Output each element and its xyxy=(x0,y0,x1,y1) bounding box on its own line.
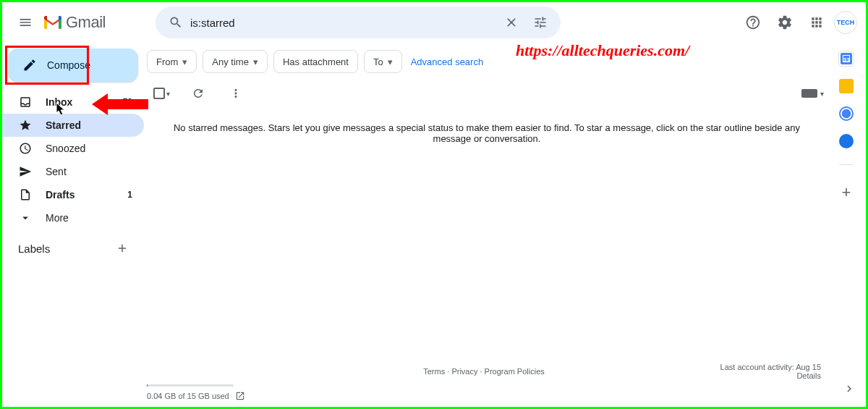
checkbox-icon xyxy=(153,88,165,99)
sidebar-item-snoozed[interactable]: Snoozed xyxy=(2,137,144,160)
tasks-addon[interactable] xyxy=(839,106,854,121)
refresh-icon xyxy=(192,87,205,100)
side-panel: 31 + xyxy=(829,43,864,405)
sidebar-item-starred[interactable]: Starred xyxy=(2,114,144,137)
gmail-logo[interactable]: Gmail xyxy=(43,13,137,32)
footer: Terms · Privacy · Program Policies Last … xyxy=(144,357,830,407)
hide-side-panel-button[interactable] xyxy=(838,377,861,400)
caret-icon: ▾ xyxy=(182,56,187,67)
list-toolbar: ▾ ▾ xyxy=(144,77,830,109)
file-icon xyxy=(18,187,33,202)
more-vert-icon xyxy=(229,87,242,100)
caret-icon: ▾ xyxy=(820,90,824,98)
labels-heading: Labels xyxy=(18,243,50,255)
compose-label: Compose xyxy=(47,59,90,71)
privacy-link[interactable]: Privacy xyxy=(451,367,477,376)
chip-from[interactable]: From▾ xyxy=(147,50,197,73)
send-icon xyxy=(18,164,33,179)
calendar-addon[interactable]: 31 xyxy=(839,51,854,66)
search-bar[interactable] xyxy=(156,7,561,38)
keep-addon[interactable] xyxy=(839,79,854,93)
help-icon xyxy=(745,14,761,30)
clear-search-button[interactable] xyxy=(497,8,526,37)
chip-attachment[interactable]: Has attachment xyxy=(273,50,358,73)
chip-to[interactable]: To▾ xyxy=(364,50,402,73)
caret-icon: ▾ xyxy=(388,56,393,67)
chevron-down-icon xyxy=(18,211,33,225)
search-icon[interactable] xyxy=(161,8,190,37)
search-options-button[interactable] xyxy=(526,8,555,37)
details-link[interactable]: Details xyxy=(796,371,821,380)
apps-icon xyxy=(809,15,824,30)
apps-button[interactable] xyxy=(802,8,831,37)
get-addons-button[interactable]: + xyxy=(832,178,861,207)
gmail-icon xyxy=(43,14,63,30)
sidebar-item-sent[interactable]: Sent xyxy=(2,160,144,183)
contacts-addon[interactable] xyxy=(839,134,854,148)
caret-icon: ▾ xyxy=(166,90,170,98)
search-input[interactable] xyxy=(190,17,497,29)
advanced-search-link[interactable]: Advanced search xyxy=(411,56,483,67)
terms-link[interactable]: Terms xyxy=(423,367,445,376)
caret-icon: ▾ xyxy=(253,56,258,67)
sidebar-item-inbox[interactable]: Inbox 79 xyxy=(2,90,144,114)
sidebar: Compose Inbox 79 xyxy=(2,43,144,407)
more-actions-button[interactable] xyxy=(223,80,249,106)
select-all-checkbox[interactable]: ▾ xyxy=(150,84,174,103)
storage-text: 0.04 GB of 15 GB used xyxy=(147,392,229,400)
activity-text: Last account activity: Aug 15 xyxy=(720,363,821,371)
sidebar-item-drafts[interactable]: Drafts 1 xyxy=(2,183,144,206)
empty-state-message: No starred messages. Stars let you give … xyxy=(144,109,830,157)
main-panel: From▾ Any time▾ Has attachment To▾ Advan… xyxy=(144,43,830,407)
input-mode-toggle[interactable] xyxy=(801,89,817,98)
tune-icon xyxy=(533,15,548,30)
watermark-url: https://alltechqueries.com/ xyxy=(516,41,689,60)
account-avatar[interactable]: TECH xyxy=(834,11,857,34)
pencil-icon xyxy=(22,58,37,72)
support-button[interactable] xyxy=(739,8,767,37)
chip-anytime[interactable]: Any time▾ xyxy=(203,50,268,73)
plus-icon xyxy=(116,242,129,255)
settings-button[interactable] xyxy=(770,8,799,37)
hamburger-icon xyxy=(18,15,33,30)
divider xyxy=(839,164,854,165)
clock-icon xyxy=(18,141,33,156)
chevron-right-icon xyxy=(843,382,856,395)
product-name: Gmail xyxy=(66,13,106,32)
open-external-icon[interactable] xyxy=(235,391,245,401)
close-icon xyxy=(504,15,519,30)
sidebar-item-more[interactable]: More xyxy=(2,206,144,229)
policies-link[interactable]: Program Policies xyxy=(485,367,545,376)
main-menu-button[interactable] xyxy=(11,8,40,37)
storage-bar xyxy=(147,384,234,387)
filter-chips-row: From▾ Any time▾ Has attachment To▾ Advan… xyxy=(144,43,830,77)
compose-button[interactable]: Compose xyxy=(8,49,138,82)
star-icon xyxy=(18,118,33,132)
gear-icon xyxy=(777,14,793,30)
add-label-button[interactable] xyxy=(112,238,132,258)
inbox-icon xyxy=(18,95,33,109)
refresh-button[interactable] xyxy=(185,80,211,106)
